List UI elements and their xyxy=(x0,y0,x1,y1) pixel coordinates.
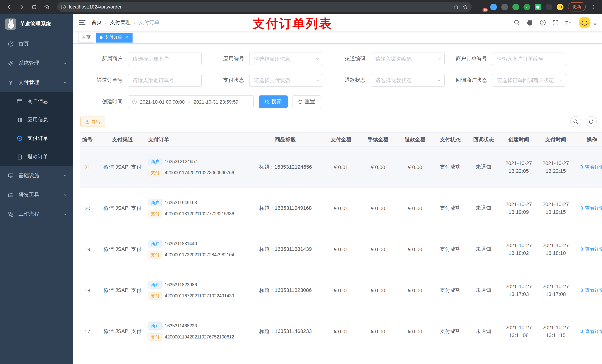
sidebar-item-label: 首页 xyxy=(19,41,67,47)
sidebar-item-workflow[interactable]: 工作流程 xyxy=(0,205,73,224)
cell-pay-time: 2021-10-27 13:22:15 xyxy=(537,159,574,175)
browser-menu-icon[interactable] xyxy=(588,2,598,12)
breadcrumb-item-payment[interactable]: 支付管理 xyxy=(110,19,131,26)
breadcrumb-item-home[interactable]: 首页 xyxy=(91,19,102,26)
merchant-tag: 商户 xyxy=(149,240,162,248)
filter-group-merchant-order-no: 商户订单编号 xyxy=(445,52,566,65)
reset-button[interactable]: 重置 xyxy=(292,95,321,108)
filter-row-3: 创建时间 2021-10-01 00:00:00 - 2021-10-31 23… xyxy=(80,95,602,108)
font-size-icon[interactable]: TT xyxy=(565,20,572,26)
filter-label: 支付状态 xyxy=(202,77,249,83)
fullscreen-icon[interactable] xyxy=(552,20,559,26)
table-row: 21 微信 JSAPI 支付 商户 1635312124657 支付 xyxy=(80,147,602,188)
column-header: 支付状态 xyxy=(434,136,467,143)
sidebar-item-dev-tools[interactable]: 研发工具 xyxy=(0,185,73,205)
cell-refund: ¥ 0.00 xyxy=(397,246,434,252)
extension-check-icon[interactable]: ✓ xyxy=(524,3,530,10)
cell-pay-time: 2021-10-27 13:17:08 xyxy=(537,283,574,298)
channel-order-no: 4200001174202110278060590766 xyxy=(165,170,234,175)
view-detail-link[interactable]: 查看详情 xyxy=(580,287,602,294)
extension-drop-icon[interactable] xyxy=(490,3,497,10)
notify-status-input[interactable] xyxy=(492,74,566,87)
sidebar-item-infrastructure[interactable]: 基础设施 xyxy=(0,166,73,185)
close-icon[interactable]: × xyxy=(124,35,129,40)
chevron-up-icon xyxy=(63,81,67,84)
address-bar[interactable]: localhost:1024/pay/order xyxy=(57,2,472,12)
cell-title: 标题：1635311949168 xyxy=(248,205,322,212)
forward-icon[interactable] xyxy=(16,2,27,12)
cell-create-time: 2021-10-27 13:18:02 xyxy=(500,241,537,257)
cell-create-time: 2021-10-27 13:22:05 xyxy=(500,159,537,175)
pay-date: 2021-10-27 xyxy=(539,241,572,249)
channel-order-no-input[interactable] xyxy=(128,74,202,87)
app-header: 首页 / 支付管理 / 支付订单 ? TT xyxy=(73,14,602,32)
merchant-tag: 商户 xyxy=(149,158,162,165)
cell-fee: ¥ 0.00 xyxy=(359,246,397,252)
channel-code-input[interactable] xyxy=(371,52,445,65)
cell-create-time: 2021-10-27 13:11:08 xyxy=(500,324,537,339)
view-detail-link[interactable]: 查看详情 xyxy=(580,328,602,335)
breadcrumb: 首页 / 支付管理 / 支付订单 xyxy=(91,19,160,26)
sidebar-item-app-info[interactable]: 应用信息 xyxy=(0,111,73,129)
sidebar-item-label: 基础设施 xyxy=(19,172,59,179)
cell-action: 查看详情 xyxy=(574,328,602,335)
extension-smiley-icon[interactable] xyxy=(557,3,563,10)
app-logo[interactable]: 芋道管理系统 xyxy=(0,14,73,34)
pay-status-input[interactable] xyxy=(249,74,323,87)
column-header: 编号 xyxy=(80,136,100,143)
sidebar-item-refund-order[interactable]: 退款订单 xyxy=(0,148,73,166)
cell-id: 17 xyxy=(80,329,100,334)
view-detail-link[interactable]: 查看详情 xyxy=(580,205,602,212)
merchant-input[interactable] xyxy=(128,52,202,65)
url-text[interactable]: localhost:1024/pay/order xyxy=(69,4,453,10)
search-button[interactable]: 搜索 xyxy=(259,95,288,108)
site-info-icon[interactable] xyxy=(61,4,66,10)
export-button[interactable]: 导出 xyxy=(80,116,105,127)
help-icon[interactable]: ? xyxy=(539,19,546,26)
channel-order-no: 4200001167202110271022491439 xyxy=(165,293,234,299)
toolbox-icon xyxy=(7,192,14,198)
sidebar-item-merchant-info[interactable]: 商户信息 xyxy=(0,92,73,111)
home-icon[interactable] xyxy=(42,2,52,12)
refund-status-input[interactable] xyxy=(371,74,445,87)
hamburger-icon[interactable] xyxy=(79,20,86,26)
tab-home[interactable]: 首页 xyxy=(78,33,94,42)
user-avatar-menu[interactable] xyxy=(578,16,597,29)
cell-pay-status: 支付成功 xyxy=(434,246,467,253)
date-separator: - xyxy=(188,99,191,104)
back-icon[interactable] xyxy=(4,2,14,12)
sidebar-item-home[interactable]: 首页 xyxy=(0,34,73,54)
extension-green-icon[interactable] xyxy=(512,3,519,10)
bookmark-star-icon[interactable] xyxy=(462,4,468,10)
merchant-order-no: 1635312124657 xyxy=(165,159,197,164)
tab-pay-order[interactable]: 支付订单 × xyxy=(96,33,133,42)
column-header: 支付金额 xyxy=(322,136,359,143)
view-detail-link[interactable]: 查看详情 xyxy=(580,246,602,253)
browser-update-button[interactable]: 更新 xyxy=(568,2,586,11)
filter-row-2: 渠道订单号 支付状态 退款状态 回调商户状态 xyxy=(80,74,602,87)
date-range-picker[interactable]: 2021-10-01 00:00:00 - 2021-10-31 23:59:5… xyxy=(128,95,254,108)
cell-order: 商户 163531135786 xyxy=(145,363,248,364)
card-icon xyxy=(16,98,23,105)
search-icon[interactable] xyxy=(514,20,520,26)
extension-chat-icon[interactable] xyxy=(535,3,541,10)
merchant-order-no-input[interactable] xyxy=(492,52,566,65)
sidebar-item-payment[interactable]: ¥ 支付管理 xyxy=(0,73,73,92)
pay-date: 2021-10-27 xyxy=(539,283,572,290)
extension-dark-icon[interactable] xyxy=(501,3,508,10)
app-select-input[interactable] xyxy=(249,52,323,65)
filter-label: 回调商户状态 xyxy=(445,77,492,83)
extension-pin-icon[interactable] xyxy=(546,3,552,10)
github-icon[interactable] xyxy=(527,19,533,26)
sidebar-item-system[interactable]: 系统管理 xyxy=(0,54,73,73)
extension-grid-icon[interactable]: 10 xyxy=(479,3,486,10)
sidebar-item-pay-order[interactable]: 支付订单 xyxy=(0,129,73,148)
reload-icon[interactable] xyxy=(29,2,39,12)
svg-text:T: T xyxy=(565,20,568,26)
refresh-button[interactable] xyxy=(586,116,597,127)
view-detail-link[interactable]: 查看详情 xyxy=(580,164,602,171)
channel-code-select xyxy=(371,52,445,65)
share-icon[interactable] xyxy=(453,4,459,10)
toggle-search-button[interactable] xyxy=(570,116,581,127)
dashboard-icon xyxy=(7,41,14,47)
